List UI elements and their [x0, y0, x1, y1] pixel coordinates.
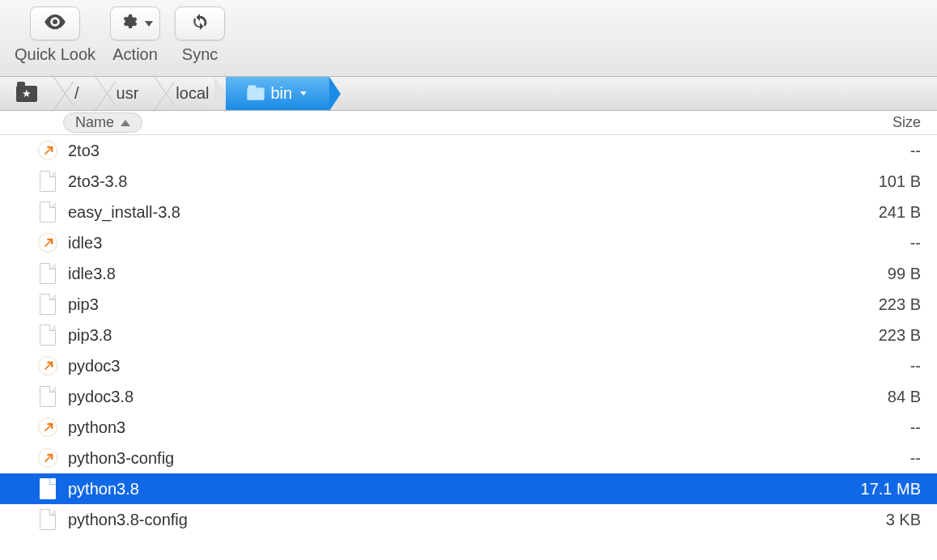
- file-row[interactable]: easy_install-3.8241 B: [0, 197, 937, 227]
- file-row[interactable]: pydoc3.884 B: [0, 381, 937, 412]
- column-name[interactable]: Name: [63, 112, 142, 133]
- file-icon: [37, 385, 58, 408]
- file-name: pip3: [68, 295, 879, 314]
- action-label: Action: [112, 45, 158, 64]
- sync-label: Sync: [182, 45, 218, 64]
- file-name: 2to3: [68, 142, 910, 160]
- file-row[interactable]: python3--: [0, 412, 937, 443]
- file-icon: [37, 293, 58, 316]
- file-row[interactable]: idle3--: [0, 227, 937, 258]
- file-size: --: [910, 357, 921, 375]
- column-size[interactable]: Size: [892, 114, 921, 131]
- action-button[interactable]: [110, 6, 160, 40]
- file-icon: [37, 170, 58, 193]
- file-name: python3.8: [68, 480, 861, 498]
- chevron-down-icon: [300, 91, 307, 95]
- file-row[interactable]: 2to3-3.8101 B: [0, 166, 937, 197]
- file-name: 2to3-3.8: [68, 172, 879, 191]
- quicklook-label: Quick Look: [15, 45, 95, 64]
- file-icon: [37, 201, 58, 223]
- symlink-icon: [37, 139, 58, 162]
- file-name: easy_install-3.8: [68, 203, 879, 222]
- file-size: 223 B: [879, 295, 921, 314]
- toolbar-quicklook: Quick Look: [15, 6, 95, 64]
- svg-point-0: [53, 19, 57, 23]
- toolbar-action: Action: [110, 6, 160, 64]
- eye-icon: [44, 13, 66, 35]
- file-row[interactable]: 2to3--: [0, 135, 937, 166]
- column-name-label: Name: [75, 114, 114, 131]
- file-name: idle3: [68, 234, 910, 252]
- file-icon: [37, 324, 58, 346]
- file-size: 3 KB: [886, 511, 921, 529]
- file-icon: [37, 477, 58, 500]
- file-icon: [37, 508, 58, 531]
- file-size: 223 B: [879, 326, 921, 345]
- file-size: --: [910, 449, 921, 468]
- file-row[interactable]: python3-config--: [0, 443, 937, 473]
- path-segment-label: /: [74, 84, 79, 103]
- sync-icon: [189, 13, 211, 35]
- file-size: 99 B: [888, 265, 921, 283]
- file-size: 84 B: [888, 388, 921, 406]
- file-size: 101 B: [879, 172, 921, 191]
- path-current-label: bin: [271, 84, 293, 103]
- file-icon: [37, 262, 58, 285]
- file-name: python3-config: [68, 449, 910, 468]
- file-row[interactable]: pydoc3--: [0, 350, 937, 381]
- path-segment[interactable]: usr: [95, 77, 155, 110]
- file-row[interactable]: python3.8-config3 KB: [0, 504, 937, 535]
- file-row[interactable]: python3.817.1 MB: [0, 473, 937, 504]
- file-name: python3.8-config: [68, 511, 886, 529]
- file-name: python3: [68, 418, 910, 437]
- column-header: Name Size: [0, 111, 937, 135]
- symlink-icon: [37, 416, 58, 439]
- symlink-icon: [37, 447, 58, 469]
- file-name: idle3.8: [68, 265, 888, 283]
- file-row[interactable]: idle3.899 B: [0, 258, 937, 289]
- file-size: 17.1 MB: [861, 480, 921, 498]
- file-size: --: [910, 418, 921, 437]
- path-root-favorites[interactable]: ★: [8, 77, 53, 110]
- path-segment-label: local: [176, 84, 209, 103]
- file-size: 241 B: [879, 203, 921, 222]
- path-current[interactable]: bin: [226, 77, 330, 110]
- file-row[interactable]: pip3.8223 B: [0, 320, 937, 350]
- file-name: pip3.8: [68, 326, 879, 345]
- symlink-icon: [37, 231, 58, 254]
- path-bar: ★ / usr local bin: [0, 77, 937, 111]
- file-name: pydoc3: [68, 357, 910, 375]
- column-size-label: Size: [892, 114, 921, 130]
- file-name: pydoc3.8: [68, 388, 888, 406]
- quicklook-button[interactable]: [30, 6, 80, 40]
- toolbar-sync: Sync: [175, 6, 225, 64]
- file-list: 2to3--2to3-3.8101 Beasy_install-3.8241 B…: [0, 135, 937, 535]
- sort-asc-icon: [121, 120, 130, 126]
- file-size: --: [910, 234, 921, 252]
- chevron-down-icon: [145, 21, 153, 27]
- folder-icon: [247, 87, 265, 100]
- path-segment[interactable]: /: [53, 77, 95, 110]
- favorites-icon: ★: [16, 86, 37, 102]
- path-segment-label: usr: [117, 84, 139, 103]
- file-row[interactable]: pip3223 B: [0, 289, 937, 320]
- toolbar: Quick Look Action Sync: [0, 0, 937, 77]
- symlink-icon: [37, 354, 58, 377]
- file-size: --: [910, 142, 921, 160]
- sync-button[interactable]: [175, 6, 225, 40]
- gear-icon: [117, 13, 140, 35]
